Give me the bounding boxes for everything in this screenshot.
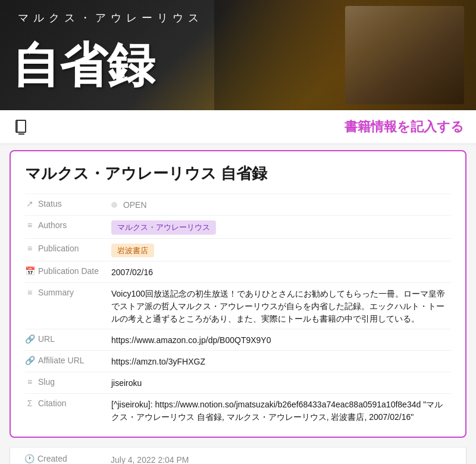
field-label-status: ↗ Status [25,198,111,208]
url-label-text: URL [38,334,55,344]
url-link[interactable]: https://www.amazon.co.jp/dp/B00QT9X9Y0 [111,335,271,345]
field-label-citation: Σ Citation [25,397,111,408]
field-row-citation: Σ Citation [^jiseiroku]: https://www.not… [25,393,451,427]
field-value-citation: [^jiseiroku]: https://www.notion.so/jmat… [111,397,451,423]
field-row-url: 🔗 URL https://www.amazon.co.jp/dp/B00QT9… [25,329,451,350]
field-value-pub-date: 2007/02/16 [111,265,451,279]
url-icon: 🔗 [25,334,35,344]
field-row-affiliate-url: 🔗 Affiliate URL https://amzn.to/3yFHXGZ [25,350,451,372]
book-icon [12,117,31,136]
book-icon-area [12,117,31,136]
field-row-status: ↗ Status OPEN [25,194,451,215]
calendar-icon: 📅 [25,266,35,276]
bottom-field-label-created: 🕐 Created [24,453,111,463]
field-value-slug: jiseiroku [111,376,451,390]
authors-icon: ≡ [25,220,35,230]
field-row-publication: ≡ Publication 岩波書店 [25,238,451,261]
header-jp-title-big: 自省録 [12,34,155,98]
header-book-image [345,6,464,104]
header-jp-title-top: マルクス・アウレーリウス [18,11,203,25]
slug-icon: ≡ [25,377,35,387]
field-label-affiliate-url: 🔗 Affiliate URL [25,354,111,365]
field-value-affiliate-url: https://amzn.to/3yFHXGZ [111,354,451,368]
status-icon: ↗ [25,199,35,208]
field-label-authors: ≡ Authors [25,219,111,230]
field-value-summary: Voicy100回放送記念の初生放送！でありひとさんにお勧めしてもらった一冊。ロ… [111,287,451,325]
field-row-authors: ≡ Authors マルクス・アウレーリウス [25,215,451,238]
status-text: OPEN [123,200,147,210]
field-row-pub-date: 📅 Publication Date 2007/02/16 [25,261,451,282]
field-value-url: https://www.amazon.co.jp/dp/B00QT9X9Y0 [111,333,451,347]
field-label-publication: ≡ Publication [25,242,111,253]
affiliate-url-icon: 🔗 [25,356,35,365]
field-value-status: OPEN [111,198,451,211]
sub-header: 書籍情報を記入する [0,110,476,144]
created-icon: 🕐 [24,454,34,463]
field-value-authors: マルクス・アウレーリウス [111,219,451,235]
publication-tag[interactable]: 岩波書店 [111,244,154,258]
field-label-pub-date: 📅 Publication Date [25,265,111,276]
field-value-publication: 岩波書店 [111,242,451,258]
status-dot [111,202,117,208]
affiliate-url-link[interactable]: https://amzn.to/3yFHXGZ [111,357,205,366]
svg-rect-1 [17,120,26,132]
bottom-field-row-created: 🕐 Created July 4, 2022 2:04 PM [10,447,466,464]
field-label-slug: ≡ Slug [25,376,111,387]
header-image: マルクス・アウレーリウス 自省録 [0,0,476,110]
bottom-field-value-created: July 4, 2022 2:04 PM [111,453,452,464]
field-label-summary: ≡ Summary [25,287,111,297]
field-row-summary: ≡ Summary Voicy100回放送記念の初生放送！でありひとさんにお勧め… [25,282,451,329]
main-card: マルクス・アウレーリウス 自省録 ↗ Status OPEN ≡ Authors… [10,150,466,438]
citation-icon: Σ [25,398,35,408]
publication-icon: ≡ [25,244,35,253]
sub-header-title: 書籍情報を記入する [345,118,464,136]
card-title: マルクス・アウレーリウス 自省録 [25,163,451,184]
slug-label-text: Slug [38,377,55,387]
field-row-slug: ≡ Slug jiseiroku [25,372,451,393]
summary-icon: ≡ [25,288,35,297]
field-label-url: 🔗 URL [25,333,111,344]
author-tag[interactable]: マルクス・アウレーリウス [111,220,216,235]
bottom-fields: 🕐 Created July 4, 2022 2:04 PM 🕐 Updated… [10,447,466,464]
